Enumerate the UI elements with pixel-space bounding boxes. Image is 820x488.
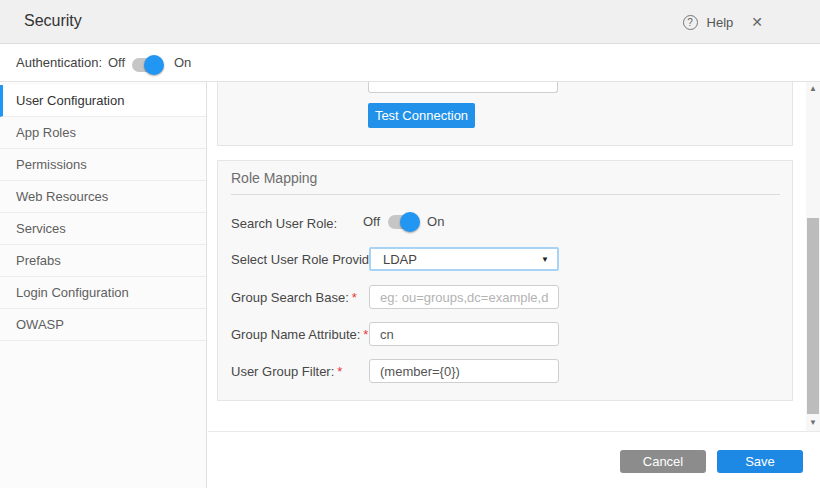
toggle-knob <box>400 212 420 232</box>
authentication-label: Authentication: <box>16 55 102 70</box>
search-user-role-label: Search User Role: <box>231 216 337 231</box>
sidebar-item-owasp[interactable]: OWASP <box>0 309 206 341</box>
required-marker: * <box>352 290 357 305</box>
group-name-attribute-input[interactable] <box>369 322 559 346</box>
help-link[interactable]: Help <box>707 15 734 30</box>
search-user-role-toggle[interactable] <box>388 215 419 229</box>
toggle-knob <box>144 55 164 75</box>
role-mapping-panel: Role Mapping Search User Role: Off On Se… <box>217 160 793 401</box>
scroll-down-icon[interactable]: ▼ <box>806 418 820 427</box>
close-icon[interactable]: ✕ <box>751 14 763 30</box>
group-search-base-label: Group Search Base:* <box>231 290 357 305</box>
role-mapping-title: Role Mapping <box>231 170 317 186</box>
user-group-filter-label: User Group Filter:* <box>231 364 342 379</box>
group-search-base-input[interactable] <box>369 285 559 309</box>
required-marker: * <box>337 364 342 379</box>
cancel-button[interactable]: Cancel <box>620 450 706 473</box>
sidebar-item-web-resources[interactable]: Web Resources <box>0 181 206 213</box>
security-window: Security ? Help ✕ Authentication: Off On… <box>0 0 820 488</box>
save-button[interactable]: Save <box>717 450 803 473</box>
scrollbar-thumb[interactable] <box>807 218 819 414</box>
main-content: Test Connection Role Mapping Search User… <box>208 82 806 431</box>
authentication-bar: Authentication: Off On <box>0 44 820 82</box>
provider-select[interactable]: LDAP ▼ <box>369 247 559 271</box>
sidebar-item-prefabs[interactable]: Prefabs <box>0 245 206 277</box>
page-title: Security <box>24 12 82 30</box>
user-group-filter-input[interactable] <box>369 359 559 383</box>
header-actions: ? Help ✕ <box>683 0 763 44</box>
authentication-off-label: Off <box>108 55 125 70</box>
search-user-role-toggle-row: Off On <box>363 214 444 229</box>
provider-label: Select User Role Provider: <box>231 252 384 267</box>
chevron-down-icon: ▼ <box>541 255 549 264</box>
search-user-role-on-label: On <box>427 214 444 229</box>
connection-panel: Test Connection <box>217 82 793 146</box>
group-name-attribute-label: Group Name Attribute:* <box>231 327 368 342</box>
window-header: Security ? Help ✕ <box>0 0 820 44</box>
sidebar-item-services[interactable]: Services <box>0 213 206 245</box>
authentication-toggle[interactable] <box>132 58 163 72</box>
truncated-input[interactable] <box>368 82 558 93</box>
action-footer: Cancel Save <box>208 431 820 488</box>
sidebar-item-permissions[interactable]: Permissions <box>0 149 206 181</box>
help-icon[interactable]: ? <box>683 15 698 30</box>
vertical-scrollbar[interactable]: ▲ ▼ <box>806 82 820 431</box>
sidebar-item-user-configuration[interactable]: User Configuration <box>0 85 206 117</box>
search-user-role-off-label: Off <box>363 214 380 229</box>
scroll-up-icon[interactable]: ▲ <box>806 84 820 93</box>
authentication-on-label: On <box>174 55 191 70</box>
divider <box>231 194 780 195</box>
sidebar-item-app-roles[interactable]: App Roles <box>0 117 206 149</box>
settings-sidebar: User Configuration App Roles Permissions… <box>0 82 207 488</box>
required-marker: * <box>363 327 368 342</box>
sidebar-item-login-configuration[interactable]: Login Configuration <box>0 277 206 309</box>
test-connection-button[interactable]: Test Connection <box>368 103 475 128</box>
provider-selected-value: LDAP <box>383 252 541 267</box>
